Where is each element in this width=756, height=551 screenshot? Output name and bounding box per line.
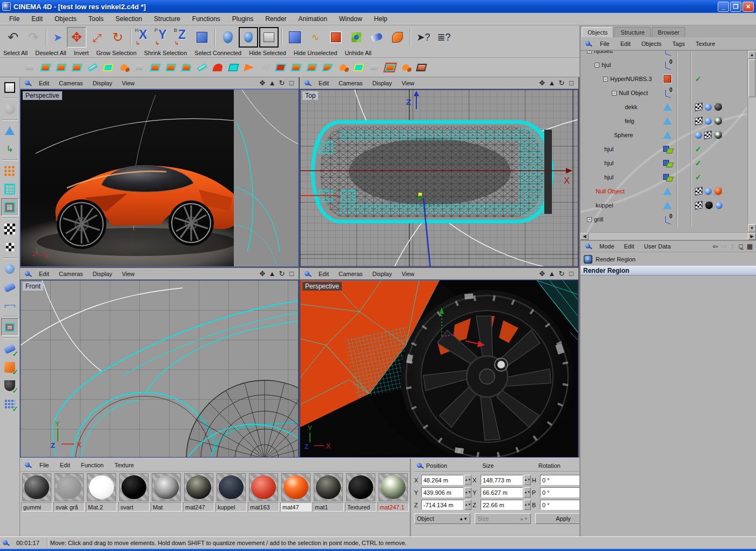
select-all-button[interactable]: Select All — [3, 50, 28, 56]
workplane-toggle-icon[interactable] — [1, 358, 19, 376]
phong-tag-icon[interactable] — [695, 103, 703, 111]
menu-animation[interactable]: Animation — [293, 14, 333, 24]
magnet-tool-icon[interactable] — [211, 61, 225, 75]
hide-selected-button[interactable]: Hide Selected — [249, 50, 286, 56]
om-menu-tags[interactable]: Tags — [667, 39, 690, 48]
vp-menu-view[interactable]: View — [117, 79, 140, 88]
texture-axis-mode-icon[interactable] — [1, 238, 19, 256]
grow-selection-button[interactable]: Grow Selection — [96, 50, 137, 56]
menu-structure[interactable]: Structure — [148, 14, 186, 24]
menu-edit[interactable]: Edit — [25, 14, 49, 24]
pos-x-spinner[interactable]: ▲▼ — [464, 475, 471, 485]
unhide-all-button[interactable]: Unhide All — [345, 50, 372, 56]
smooth-shift-tool-icon[interactable] — [164, 61, 178, 75]
material-tag-icon[interactable] — [714, 131, 723, 139]
material-tile[interactable]: mat247 — [183, 473, 214, 512]
viewport1-canvas[interactable]: Perspective — [20, 89, 299, 267]
maximize-view-icon[interactable]: □ — [287, 79, 296, 87]
mat-menu-function[interactable]: Function — [76, 461, 109, 469]
model-mode-icon[interactable] — [1, 260, 19, 278]
bridge-tool-icon[interactable] — [352, 61, 366, 75]
uvw-tag-icon[interactable] — [705, 118, 712, 125]
iron-tool-icon[interactable] — [179, 61, 193, 75]
menu-plugins[interactable]: Plugins — [226, 14, 259, 24]
attr-menu-edit[interactable]: Edit — [619, 242, 639, 251]
om-menu-objects[interactable]: Objects — [636, 39, 667, 48]
axis-modification-mode-icon[interactable]: ↳ — [1, 140, 19, 158]
menu-help[interactable]: Help — [368, 14, 394, 24]
stamp-tool-icon[interactable] — [367, 61, 381, 75]
tree-row-kuppel[interactable]: kuppel — [580, 198, 747, 212]
matrix-extrude-tool-icon[interactable] — [101, 61, 115, 75]
render-view-button[interactable] — [218, 27, 238, 48]
tree-row-dekk[interactable]: dekk — [580, 100, 747, 114]
rotate-view-icon[interactable]: ↻ — [277, 270, 287, 278]
points-mode-icon[interactable] — [1, 162, 19, 179]
close-button[interactable]: ✕ — [742, 2, 754, 12]
tree-horizontal-scrollbar[interactable]: ◀ ▶ — [580, 232, 756, 240]
tree-vertical-scrollbar[interactable]: ▲ ▼ — [747, 51, 756, 232]
collapse-icon[interactable]: − — [612, 91, 617, 96]
material-tile[interactable]: mat1 — [313, 473, 344, 512]
phong-tag-icon[interactable] — [695, 187, 703, 196]
rotate-view-icon[interactable]: ↻ — [277, 79, 287, 87]
add-spline-button[interactable]: ∿ — [306, 27, 325, 48]
material-tile[interactable]: Mat.2 — [86, 473, 117, 512]
uvw-tag-icon[interactable] — [716, 202, 723, 209]
pos-y-field[interactable]: 439.906 m — [421, 487, 463, 498]
pan-view-icon[interactable]: ✥ — [258, 79, 267, 87]
attribute-section-title[interactable]: Render Region — [580, 266, 756, 276]
vp-menu-edit[interactable]: Edit — [314, 79, 334, 88]
extrude-tool-icon[interactable] — [54, 61, 68, 75]
tree-row-sphere[interactable]: Sphere — [580, 128, 747, 142]
uvw-tag-icon[interactable] — [705, 188, 712, 195]
menu-tools[interactable]: Tools — [83, 14, 110, 24]
collapse-icon[interactable]: − — [587, 50, 592, 53]
command-help-button[interactable]: ≣? — [434, 27, 454, 48]
vp-menu-edit[interactable]: Edit — [34, 79, 54, 88]
enabled-check-icon[interactable]: ✓ — [695, 159, 701, 167]
pin-icon[interactable] — [24, 79, 32, 87]
vp-menu-cameras[interactable]: Cameras — [334, 79, 368, 88]
move-tool[interactable]: ✥ — [67, 27, 86, 48]
phong-tag-icon[interactable] — [695, 201, 703, 210]
pos-z-field[interactable]: -714.134 m — [421, 500, 463, 510]
pos-z-spinner[interactable]: ▲▼ — [464, 500, 471, 510]
set-point-value-tool-icon[interactable] — [117, 61, 131, 75]
pan-view-icon[interactable]: ✥ — [537, 270, 547, 278]
tree-row-felg[interactable]: felg — [580, 114, 747, 128]
viewport2-canvas[interactable]: Top — [300, 89, 578, 267]
viewport-front[interactable]: Edit Cameras Display View ✥ ▲ ↻ □ Front — [20, 268, 299, 458]
scissors-tool-icon[interactable] — [132, 61, 146, 75]
material-tag-icon[interactable] — [714, 187, 723, 196]
menu-selection[interactable]: Selection — [110, 14, 148, 24]
particles-toggle-icon[interactable] — [1, 395, 19, 413]
material-tile[interactable]: mat247.1 — [377, 473, 409, 512]
pan-view-icon[interactable]: ✥ — [537, 79, 547, 87]
render-settings-button[interactable] — [259, 27, 279, 48]
maximize-view-icon[interactable]: □ — [287, 270, 296, 278]
om-menu-file[interactable]: File — [595, 39, 615, 48]
brush-tool-icon[interactable] — [85, 61, 99, 75]
tree-row-null-object-selected[interactable]: Null Object — [580, 184, 747, 198]
size-z-field[interactable]: 22.66 m — [481, 500, 523, 510]
scroll-left-icon[interactable]: ◀ — [580, 233, 589, 240]
weld-tool-icon[interactable] — [273, 61, 287, 75]
pin-icon[interactable] — [304, 79, 312, 87]
add-hypernurbs-button[interactable] — [326, 27, 346, 48]
edges-mode-icon[interactable] — [1, 180, 19, 198]
pin-icon[interactable] — [304, 270, 312, 278]
size-y-field[interactable]: 66.627 m — [481, 487, 523, 498]
parent-object-icon[interactable]: ⇧ — [730, 243, 735, 250]
pos-y-spinner[interactable]: ▲▼ — [464, 487, 471, 498]
collapse-icon[interactable]: − — [595, 63, 599, 68]
normal-rotate-tool-icon[interactable] — [320, 61, 334, 75]
om-menu-edit[interactable]: Edit — [615, 39, 636, 48]
viewport-perspective-2[interactable]: Edit Cameras Display View ✥ ▲ ↻ □ Perspe… — [300, 268, 578, 458]
pin-icon[interactable] — [24, 270, 32, 278]
hide-unselected-button[interactable]: Hide Unselected — [294, 50, 338, 56]
tree-row-null-object[interactable]: − Null Object 0 — [580, 86, 747, 100]
rotate-tool[interactable]: ↻ — [108, 27, 127, 48]
material-tile[interactable]: svak grå — [53, 473, 85, 512]
rot-b-field[interactable]: 0 ° — [540, 500, 582, 510]
